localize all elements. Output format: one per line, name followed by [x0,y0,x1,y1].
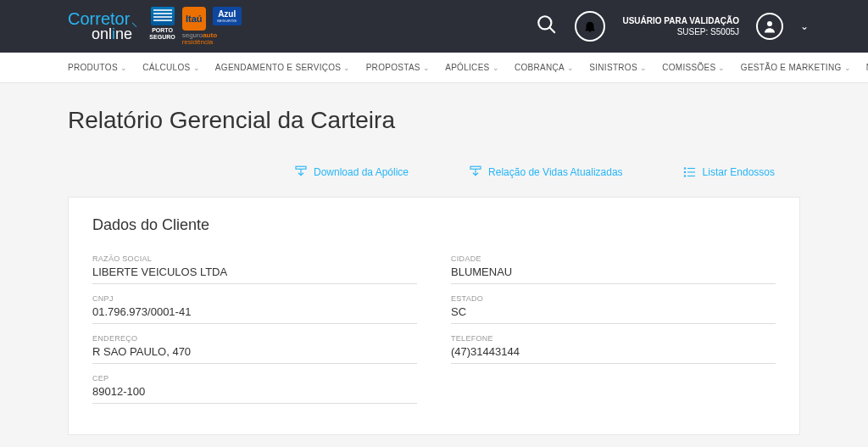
main-content: Relatório Gerencial da Carteira Download… [0,83,868,435]
nav-produtos[interactable]: PRODUTOS⌄ [68,63,127,72]
notifications-button[interactable] [575,11,605,42]
logo-text-top: Corretor [68,9,130,28]
field-cep: CEP 89012-100 [92,369,417,404]
field-estado: ESTADO SC [451,289,776,324]
bell-icon [582,19,598,34]
logo-text-bottom: online [92,25,137,43]
svg-rect-3 [296,166,306,169]
svg-point-8 [684,168,686,170]
svg-point-2 [767,21,772,26]
chevron-down-icon: ⌄ [718,64,725,72]
list-icon [682,165,698,180]
field-razao-social: RAZÃO SOCIAL LIBERTE VEICULOS LTDA [92,249,417,284]
field-endereco: ENDEREÇO R SAO PAULO, 470 [92,329,417,364]
nav-gestao[interactable]: GESTÃO E MARKETING⌄ [741,63,851,72]
field-cidade: CIDADE BLUMENAU [451,249,776,284]
nav-comissoes[interactable]: COMISSÕES⌄ [662,63,726,72]
nav-cobranca[interactable]: COBRANÇA⌄ [515,63,574,72]
action-links: Download da Apólice Relação de Vidas Atu… [68,165,800,180]
search-icon[interactable] [536,14,558,39]
relacao-vidas-link[interactable]: Relação de Vidas Atualizadas [468,165,623,180]
download-apolice-link[interactable]: Download da Apólice [293,165,409,180]
card-title: Dados do Cliente [92,216,776,234]
chevron-down-icon: ⌄ [844,64,851,72]
corretor-online-logo[interactable]: Corretor⸜ online [68,10,137,43]
avatar[interactable] [756,13,783,40]
person-icon [762,19,777,34]
top-header: Corretor⸜ online PORTO SEGURO Itaú Azul … [0,0,868,53]
download-icon [293,165,309,180]
chevron-down-icon: ⌄ [423,64,430,72]
header-right: USUÁRIO PARA VALIDAÇÃO SUSEP: S5005J ⌄ [536,11,809,42]
svg-point-0 [539,16,552,29]
nav-agendamento[interactable]: AGENDAMENTO E SERVIÇOS⌄ [215,63,351,72]
nav-calculos[interactable]: CÁLCULOS⌄ [142,63,200,72]
listar-endossos-link[interactable]: Listar Endossos [682,165,775,180]
nav-propostas[interactable]: PROPOSTAS⌄ [366,63,431,72]
client-grid: RAZÃO SOCIAL LIBERTE VEICULOS LTDA CNPJ … [92,249,776,409]
user-name: USUÁRIO PARA VALIDAÇÃO [622,15,739,26]
nav-apolices[interactable]: APÓLICES⌄ [445,63,499,72]
svg-point-10 [684,176,686,177]
chevron-down-icon: ⌄ [193,64,200,72]
svg-rect-4 [470,166,481,169]
nav-sinistros[interactable]: SINISTROS⌄ [589,63,647,72]
brand-logos: PORTO SEGURO Itaú Azul SEGUROS seguroaut… [149,7,241,46]
porto-seguro-logo[interactable]: PORTO SEGURO [149,7,175,40]
svg-line-1 [550,27,556,33]
user-susep: SUSEP: S5005J [622,26,739,37]
main-nav: PRODUTOS⌄ CÁLCULOS⌄ AGENDAMENTO E SERVIÇ… [0,53,868,83]
wifi-icon: ⸜ [131,14,137,27]
page-title: Relatório Gerencial da Carteira [68,107,800,134]
azul-logo[interactable]: Azul SEGUROS [213,7,242,25]
download-icon [468,165,483,180]
right-column: CIDADE BLUMENAU ESTADO SC TELEFONE (47)3… [451,249,776,409]
chevron-down-icon: ⌄ [567,64,574,72]
auto-residencia-label: seguroauto residência [182,32,217,46]
client-card: Dados do Cliente RAZÃO SOCIAL LIBERTE VE… [68,197,800,435]
chevron-down-icon: ⌄ [640,64,647,72]
porto-icon [151,7,175,25]
chevron-down-icon[interactable]: ⌄ [800,20,809,32]
itau-logo[interactable]: Itaú [182,7,206,31]
left-column: RAZÃO SOCIAL LIBERTE VEICULOS LTDA CNPJ … [92,249,417,409]
svg-point-9 [684,171,686,173]
chevron-down-icon: ⌄ [492,64,499,72]
field-cnpj: CNPJ 01.796.973/0001-41 [92,289,417,324]
chevron-down-icon: ⌄ [120,64,127,72]
field-telefone: TELEFONE (47)31443144 [451,329,776,364]
chevron-down-icon: ⌄ [343,64,350,72]
user-info: USUÁRIO PARA VALIDAÇÃO SUSEP: S5005J [622,15,739,37]
